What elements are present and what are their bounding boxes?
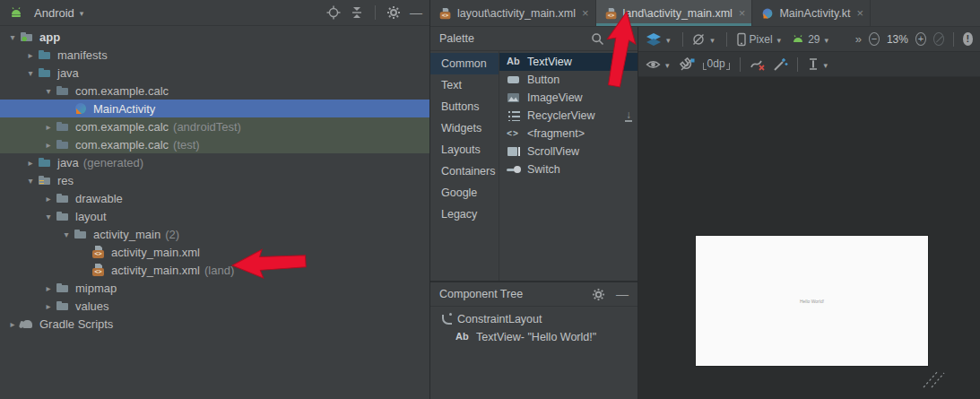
component-tree-header: Component Tree — [430, 282, 637, 307]
palette-category[interactable]: Google [430, 182, 499, 204]
collapse-all-icon[interactable] [350, 5, 364, 20]
palette-category[interactable]: Common [430, 53, 499, 74]
zoom-to-fit-button[interactable] [933, 32, 944, 46]
palette-category[interactable]: Legacy [430, 204, 499, 225]
editor-tab[interactable]: layout\activity_main.xml× [430, 0, 596, 26]
tree-row[interactable]: MainActivity [0, 100, 429, 117]
api-version-selector[interactable]: 29 ▾ [791, 33, 831, 46]
palette-item[interactable]: ScrollView [499, 143, 637, 160]
tree-item-label: app [39, 30, 60, 44]
chevron-right-icon[interactable]: ▸ [5, 319, 20, 329]
api-label: 29 [808, 33, 820, 46]
recycler-icon [507, 108, 522, 123]
close-icon[interactable]: × [739, 7, 746, 19]
chevron-down-icon: ▾ [665, 61, 670, 70]
component-tree-row[interactable]: ConstraintLayout [430, 310, 637, 328]
palette-category[interactable]: Widgets [430, 117, 499, 139]
pack-align-button[interactable]: ▾ [807, 57, 831, 71]
tree-item-label: activity_main [93, 228, 160, 241]
zoom-out-button[interactable]: − [869, 32, 880, 46]
hide-panel-icon[interactable]: — [616, 287, 629, 301]
resize-handle-icon[interactable] [922, 368, 949, 389]
chevron-right-icon[interactable]: ▸ [23, 50, 38, 60]
tree-row[interactable]: ▸Gradle Scripts [0, 315, 429, 333]
palette-category[interactable]: Buttons [430, 96, 499, 117]
palette-item[interactable]: TextView [499, 53, 637, 71]
chevron-down-icon[interactable]: ▾ [59, 230, 74, 239]
editor-tab[interactable]: MainActivity.kt× [752, 0, 871, 26]
search-icon[interactable] [591, 32, 604, 46]
palette-category[interactable]: Text [430, 74, 499, 96]
tree-item-label: activity_main.xml [111, 246, 200, 259]
tree-row[interactable]: ▸java(generated) [0, 153, 429, 171]
project-panel: Android ▾ — ▾app▸manifests▾java▾com.exam… [0, 0, 430, 399]
palette-category[interactable]: Layouts [430, 139, 499, 160]
tree-row[interactable]: ▸com.example.calc(androidTest) [0, 117, 429, 135]
component-tree-row[interactable]: TextView- "Hello World!" [430, 328, 637, 346]
design-canvas-area[interactable]: Hello World! [638, 77, 980, 399]
tree-row[interactable]: ▾res [0, 171, 429, 189]
chevron-down-icon: ▾ [777, 36, 782, 45]
chevron-right-icon[interactable]: ▸ [41, 283, 56, 293]
toolbar-overflow-button[interactable]: » [855, 32, 862, 46]
tree-row[interactable]: ▾app [0, 28, 429, 46]
chevron-right-icon[interactable]: ▸ [23, 158, 38, 168]
project-view-selector-label[interactable]: Android [34, 6, 74, 20]
chevron-down-icon[interactable]: ▾ [80, 9, 84, 18]
chevron-right-icon[interactable]: ▸ [41, 194, 56, 204]
design-surface-mode-button[interactable]: ▾ [646, 32, 673, 47]
folder-icon [56, 281, 70, 295]
hide-panel-icon[interactable]: — [410, 5, 422, 20]
tree-row[interactable]: ▾com.example.calc [0, 82, 429, 100]
clear-constraints-icon[interactable] [750, 57, 766, 72]
errors-panel-icon[interactable]: ! [963, 32, 973, 46]
tree-row[interactable]: ▸drawable [0, 189, 429, 207]
tree-row[interactable]: ▾layout [0, 207, 429, 225]
tree-row[interactable]: activity_main.xml [0, 243, 429, 261]
palette-item[interactable]: Switch [499, 160, 637, 178]
device-selector[interactable]: Pixel ▾ [736, 32, 785, 47]
close-icon[interactable]: × [856, 7, 863, 19]
palette-body: CommonTextButtonsWidgetsLayoutsContainer… [430, 51, 637, 281]
res-folder-icon [38, 173, 52, 187]
device-artboard[interactable]: Hello World! [696, 236, 928, 366]
tree-row[interactable]: activity_main.xml(land) [0, 261, 429, 279]
palette-item[interactable]: RecyclerView↓ [499, 107, 637, 125]
palette-category[interactable]: Containers [430, 160, 499, 182]
chevron-right-icon[interactable]: ▸ [41, 122, 56, 132]
tree-row[interactable]: ▸mipmap [0, 279, 429, 297]
default-margins-control[interactable]: 0dp [702, 57, 731, 71]
infer-constraints-icon[interactable] [773, 57, 788, 72]
component-tree-label: TextView- "Hello World!" [476, 331, 596, 343]
chevron-down-icon[interactable]: ▾ [41, 86, 56, 96]
chevron-down-icon[interactable]: ▾ [23, 68, 38, 78]
chevron-right-icon[interactable]: ▸ [41, 140, 56, 150]
autoconnect-toggle-icon[interactable] [680, 57, 695, 72]
zoom-in-button[interactable]: + [915, 32, 926, 46]
palette-item[interactable]: ImageView [499, 89, 637, 107]
tree-row[interactable]: ▸com.example.calc(test) [0, 135, 429, 153]
settings-icon[interactable] [386, 5, 401, 20]
tree-row[interactable]: ▾activity_main(2) [0, 225, 429, 243]
chevron-right-icon[interactable]: ▸ [41, 301, 56, 311]
tree-item-label: MainActivity [93, 102, 155, 116]
palette-item[interactable]: Button [499, 71, 637, 89]
chevron-down-icon[interactable]: ▾ [41, 212, 56, 221]
design-surface: ▾ ▾ Pixel ▾ 29 [638, 27, 980, 399]
tree-row[interactable]: ▾java [0, 64, 429, 82]
view-options-button[interactable]: ▾ [646, 58, 672, 71]
download-icon[interactable]: ↓ [625, 110, 632, 122]
palette-category-label: Google [441, 186, 477, 199]
close-icon[interactable]: × [582, 7, 589, 19]
gear-icon[interactable] [592, 288, 605, 301]
tree-row[interactable]: ▸values [0, 297, 429, 315]
tree-row[interactable]: ▸manifests [0, 46, 429, 64]
chevron-down-icon[interactable]: ▾ [23, 176, 38, 186]
editor-tab[interactable]: land\activity_main.xml× [596, 0, 753, 26]
xml-file-icon [439, 6, 452, 19]
chevron-down-icon[interactable]: ▾ [5, 32, 20, 42]
orientation-button[interactable]: ▾ [691, 32, 717, 47]
locate-file-icon[interactable] [326, 5, 341, 20]
gear-icon[interactable] [615, 32, 629, 46]
palette-item[interactable]: <fragment> [499, 125, 637, 143]
